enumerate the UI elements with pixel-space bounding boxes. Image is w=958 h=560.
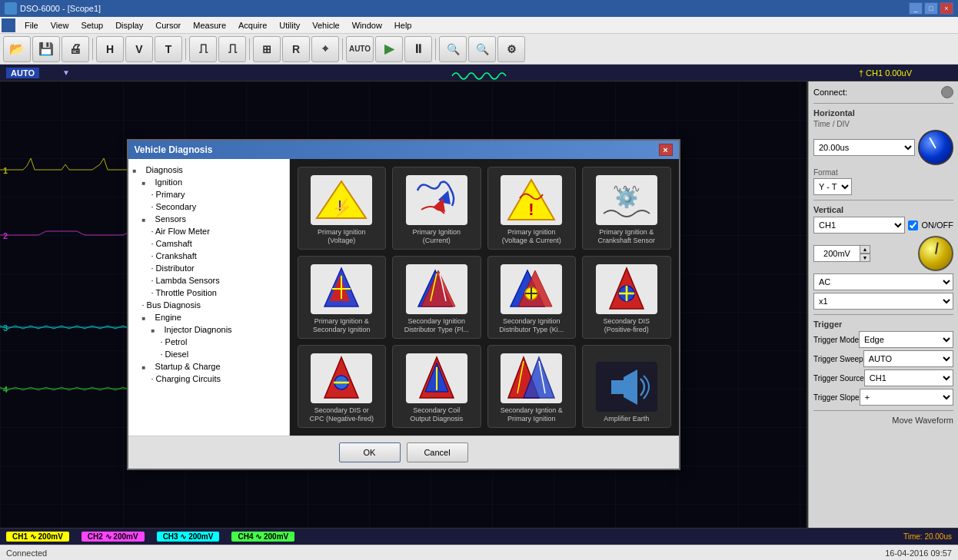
tree-secondary[interactable]: · Secondary: [133, 200, 284, 213]
tree-petrol[interactable]: · Petrol: [133, 336, 284, 348]
tree-throttle[interactable]: · Throttle Position: [133, 287, 284, 299]
ch1-badge: CH1 ∿ 200mV: [6, 532, 69, 542]
diag-si-dist-pl[interactable]: Secondary IgnitionDistributor Type (Pl..…: [392, 256, 481, 339]
h-button[interactable]: H: [96, 36, 124, 62]
menu-utility[interactable]: Utility: [273, 19, 306, 31]
settings-button[interactable]: ⚙: [497, 36, 525, 62]
tree-camshaft[interactable]: · Camshaft: [133, 237, 284, 250]
status-bottom: CH1 ∿ 200mV CH2 ∿ 200mV CH3 ∿ 200mV CH4 …: [0, 528, 958, 545]
move-waveform-label: Move Waveform: [813, 416, 953, 425]
minimize-button[interactable]: _: [909, 2, 923, 15]
coupling-select[interactable]: AC: [813, 273, 953, 290]
tree-engine[interactable]: Engine: [133, 311, 284, 323]
tree-startup[interactable]: Startup & Charge: [133, 360, 284, 373]
zoom-out-button[interactable]: 🔍: [468, 36, 496, 62]
trigger-slope-select[interactable]: +: [860, 389, 953, 406]
time-div-select[interactable]: 20.00us: [813, 139, 915, 156]
diag-pi-si[interactable]: Primary Ignition &Secondary Ignition: [298, 256, 387, 339]
v-button[interactable]: V: [125, 36, 153, 62]
menu-cursor[interactable]: Cursor: [149, 19, 187, 31]
menu-file[interactable]: File: [18, 19, 45, 31]
connect-label: Connect:: [813, 88, 847, 97]
menu-vehicle[interactable]: Vehicle: [306, 19, 345, 31]
close-button[interactable]: ×: [940, 2, 953, 15]
tree-distributor[interactable]: · Distributor: [133, 262, 284, 274]
tree-charging[interactable]: · Charging Circuits: [133, 373, 284, 385]
tree-injector[interactable]: Injector Diagnonis: [133, 323, 284, 336]
ok-button[interactable]: OK: [339, 442, 401, 462]
diag-si-dis-pos[interactable]: Secondary DIS(Positive-fired): [582, 256, 671, 339]
save-button[interactable]: 💾: [32, 36, 60, 62]
tree-bus-diagnosis[interactable]: · Bus Diagnosis: [133, 299, 284, 311]
diag-pi-crank-label: Primary Ignition &Crankshaft Sensor: [597, 228, 655, 246]
probe-select[interactable]: x1: [813, 293, 953, 310]
trigger-source-select[interactable]: CH1: [864, 369, 953, 386]
tree-crankshaft[interactable]: · Crankshaft: [133, 250, 284, 262]
diag-pi-crank[interactable]: ⚙️ ∿∿∿ Primary Ignition &Crankshaft Sens…: [582, 167, 671, 250]
cancel-button[interactable]: Cancel: [407, 442, 468, 462]
tree-lambda[interactable]: · Lambda Sensors: [133, 274, 284, 287]
tree-airflow[interactable]: · Air Flow Meter: [133, 225, 284, 237]
menu-measure[interactable]: Measure: [187, 19, 232, 31]
diag-pi-volt-curr-icon: !: [501, 175, 562, 225]
cursor-button[interactable]: ⌖: [311, 36, 339, 62]
title-bar: DSO-6000 - [Scope1] _ □ ×: [0, 0, 958, 17]
plus-minus-button[interactable]: ⊞: [253, 36, 281, 62]
zoom-in-button[interactable]: 🔍: [439, 36, 467, 62]
vertical-knob[interactable]: [918, 236, 953, 271]
menu-window[interactable]: Window: [346, 19, 388, 31]
trigger-mode-select[interactable]: Edge: [859, 331, 953, 348]
auto-button[interactable]: AUTO: [346, 36, 374, 62]
trigger-source-label: Trigger Source: [813, 374, 864, 383]
print-button[interactable]: 🖨: [62, 36, 89, 62]
r-button[interactable]: R: [282, 36, 310, 62]
diag-si-dis-neg[interactable]: Secondary DIS orCPC (Negative-fired): [298, 345, 387, 428]
connection-status: Connected: [6, 548, 47, 558]
signal1-button[interactable]: ⎍: [189, 36, 217, 62]
tree-diesel[interactable]: · Diesel: [133, 348, 284, 360]
pause-button[interactable]: ⏸: [404, 36, 432, 62]
diag-si-dist-ki[interactable]: Secondary IgnitionDistributor Type (Ki..…: [487, 256, 577, 339]
time-div-knob[interactable]: [918, 130, 953, 165]
menu-acquire[interactable]: Acquire: [232, 19, 273, 31]
diag-si-pi[interactable]: Secondary Igntion &Primary Ignition: [487, 345, 577, 428]
tree-diagnosis[interactable]: Diagnosis: [133, 164, 284, 176]
tree-sensors[interactable]: Sensors: [133, 213, 284, 225]
svg-text:∿∿∿: ∿∿∿: [613, 182, 640, 194]
menu-display[interactable]: Display: [109, 19, 149, 31]
dialog-body: Diagnosis Ignition · Primary · Secondary: [128, 159, 679, 436]
window-title: DSO-6000 - [Scope1]: [20, 4, 101, 13]
diag-pi-current-label: Primary Ignition(Current): [412, 228, 461, 246]
diag-amplifier-label: Amplifier Earth: [604, 415, 649, 424]
diag-amplifier[interactable]: Amplifier Earth: [582, 345, 671, 428]
diag-si-dist-pl-icon: [406, 264, 467, 314]
volts-input[interactable]: [813, 245, 860, 262]
volts-spinbox[interactable]: ▲ ▼: [813, 245, 870, 262]
tree-primary[interactable]: · Primary: [133, 188, 284, 200]
t-button[interactable]: T: [155, 36, 182, 62]
dialog-close-button[interactable]: ×: [659, 144, 673, 156]
diag-si-dis-neg-icon: [311, 353, 372, 403]
menu-view[interactable]: View: [45, 19, 75, 31]
signal2-button[interactable]: ⎍: [218, 36, 246, 62]
ch4-badge: CH4 ∿ 200mV: [231, 532, 294, 542]
trigger-sweep-select[interactable]: AUTO: [863, 350, 953, 367]
scope-area[interactable]: 1 2 3 4 T Vehicle Diagnosis × Di: [0, 81, 808, 528]
onoff-checkbox[interactable]: [908, 220, 918, 230]
ch-select[interactable]: CH1: [813, 217, 905, 234]
diag-pi-voltage[interactable]: ⚡ ! Primary Ignition(Voltage): [298, 167, 387, 250]
diag-sc-output[interactable]: Secondary CoilOutput Diagnosis: [392, 345, 481, 428]
format-select[interactable]: Y - T: [813, 178, 852, 195]
volts-up[interactable]: ▲: [860, 245, 870, 253]
menu-help[interactable]: Help: [388, 19, 418, 31]
diag-si-dis-pos-icon: [596, 264, 657, 314]
menu-setup[interactable]: Setup: [75, 19, 109, 31]
diag-pi-current[interactable]: Primary Ignition(Current): [392, 167, 481, 250]
volts-down[interactable]: ▼: [860, 253, 870, 262]
app-icon: [5, 2, 17, 15]
tree-ignition[interactable]: Ignition: [133, 176, 284, 188]
play-button[interactable]: ▶: [375, 36, 403, 62]
maximize-button[interactable]: □: [924, 2, 938, 15]
open-button[interactable]: 📂: [3, 36, 31, 62]
diag-pi-volt-curr[interactable]: ! Primary Ignition(Voltage & Current): [487, 167, 577, 250]
